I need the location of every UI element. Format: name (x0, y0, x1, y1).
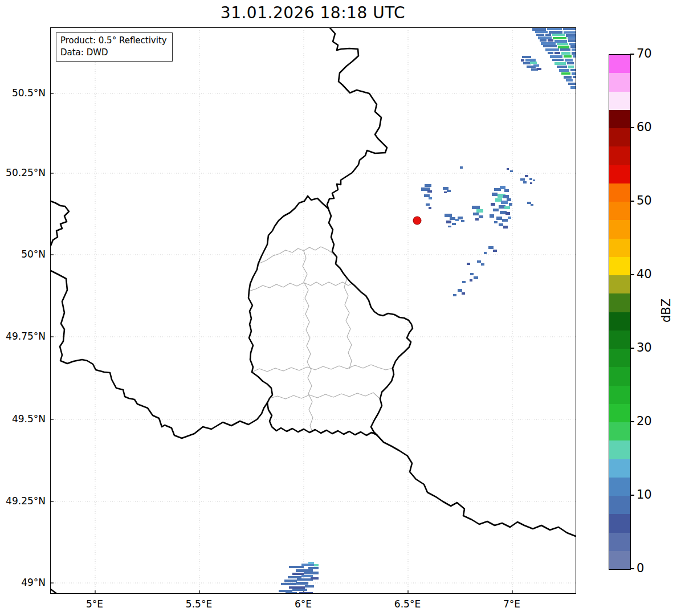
radar-echo-pixel (570, 69, 576, 71)
radar-echo-pixel (548, 39, 553, 42)
latitude-tick-label: 50°N (0, 248, 46, 260)
colorbar-tick-mark (630, 568, 634, 569)
radar-echo-pixel (289, 586, 305, 589)
radar-echo-pixel (429, 207, 431, 209)
radar-echo-pixel (304, 572, 319, 574)
colorbar-tick-mark (630, 274, 634, 275)
colorbar-tick-label: 30 (637, 341, 652, 354)
radar-echo-pixel (481, 263, 484, 266)
radar-echo-pixel (458, 289, 462, 292)
radar-echo-pixel (462, 292, 465, 295)
radar-echo-pixel (507, 168, 509, 170)
radar-echo-pixel (475, 218, 479, 221)
canton-border (303, 251, 313, 430)
latitude-tick-label: 49.25°N (0, 495, 46, 507)
radar-echo-pixel (490, 214, 494, 218)
country-border-belgium-france (51, 271, 267, 438)
radar-echo-pixel (538, 36, 552, 39)
colorbar-segment (609, 367, 630, 385)
radar-echo-pixel (531, 204, 533, 206)
radar-echo-pixel (522, 56, 531, 58)
radar-echo-pixel (299, 592, 313, 593)
radar-echo-pixel (476, 209, 483, 213)
radar-echo-pixel (281, 583, 296, 585)
colorbar-segment (609, 73, 630, 91)
radar-echo-pixel (554, 52, 560, 54)
radar-echo-pixel (425, 184, 431, 187)
radar-echo-pixel (523, 62, 531, 64)
latitude-tick-label: 50.5°N (0, 87, 46, 99)
radar-echo-pixel (288, 576, 301, 578)
radar-echo-pixel (311, 577, 319, 580)
radar-echo-pixel (427, 190, 432, 193)
radar-echo-pixel (477, 260, 481, 263)
longitude-tick-label: 6.5°E (382, 598, 433, 610)
radar-echo-pixel (429, 197, 432, 199)
radar-figure: { "title": "31.01.2026 18:18 UTC", "info… (0, 0, 685, 616)
colorbar-tick-mark (630, 348, 634, 349)
radar-echo-pixel (472, 206, 480, 209)
radar-echo-pixel (504, 206, 510, 209)
radar-echo-pixel (496, 217, 502, 220)
longitude-tick-label: 5°E (69, 598, 120, 610)
radar-echo-pixel (554, 40, 567, 43)
radar-echo-pixel (547, 28, 562, 30)
colorbar-tick-label: 10 (637, 488, 652, 501)
colorbar-segment (609, 551, 630, 569)
radar-echo-pixel (504, 189, 509, 192)
radar-echo-pixel (565, 59, 573, 62)
colorbar-segment (609, 257, 630, 275)
radar-echo-pixel (557, 43, 568, 45)
radar-echo-pixel (548, 52, 553, 54)
colorbar-unit-label: dBZ (659, 299, 673, 323)
map-plot-area: Product: 0.5° Reflectivity Data: DWD (50, 27, 576, 594)
echo-cluster-south-shower (279, 562, 319, 593)
radar-echo-pixel (570, 86, 576, 89)
data-source-label: Data: DWD (60, 47, 167, 59)
radar-echo-pixel (279, 590, 292, 592)
radar-echo-pixel (545, 48, 559, 51)
country-border-border-fragment-sw (51, 589, 58, 593)
radar-echo-pixel (301, 575, 313, 577)
radar-echo-pixel (535, 31, 548, 33)
colorbar-segment (609, 183, 630, 202)
longitude-tick-label: 6°E (278, 598, 329, 610)
radar-echo-pixel (533, 180, 535, 181)
colorbar-segment (609, 514, 630, 532)
radar-echo-pixel (564, 76, 572, 79)
colorbar (609, 54, 631, 570)
radar-echo-pixel (488, 246, 494, 249)
colorbar-segment (609, 275, 630, 293)
latitude-tick-label: 50.25°N (0, 167, 46, 178)
radar-echo-pixel (286, 592, 297, 593)
radar-echo-pixel (510, 170, 513, 172)
radar-echo-pixel (532, 28, 546, 31)
radar-echo-pixel (564, 55, 572, 58)
radar-echo-pixel (521, 59, 524, 62)
colorbar-segment (609, 440, 630, 459)
radar-echo-pixel (568, 66, 574, 68)
radar-echo-pixel (448, 226, 451, 227)
colorbar-segment (609, 478, 630, 496)
radar-echo-pixel (424, 194, 430, 197)
radar-echo-pixel (443, 187, 448, 190)
radar-echo-pixel (503, 226, 508, 229)
radar-echo-pixel (284, 580, 297, 582)
colorbar-tick-label: 40 (637, 267, 652, 281)
radar-echo-pixel (566, 79, 573, 81)
radar-echo-pixel (529, 178, 532, 180)
colorbar-segment (609, 404, 630, 422)
radar-echo-pixel (502, 219, 508, 222)
radar-echo-pixel (297, 578, 313, 581)
colorbar-segment (609, 92, 630, 110)
radar-echo-pixel (296, 582, 308, 585)
echo-cluster-northeast-storm (521, 28, 576, 89)
radar-echo-pixel (530, 182, 532, 184)
radar-echo-pixel (499, 223, 503, 226)
product-label: Product: 0.5° Reflectivity (60, 35, 167, 47)
canton-border (344, 278, 352, 369)
colorbar-tick-mark (630, 201, 634, 202)
colorbar-segment (609, 386, 630, 404)
latitude-tick-label: 49.75°N (0, 331, 46, 342)
radar-echo-pixel (525, 59, 536, 62)
